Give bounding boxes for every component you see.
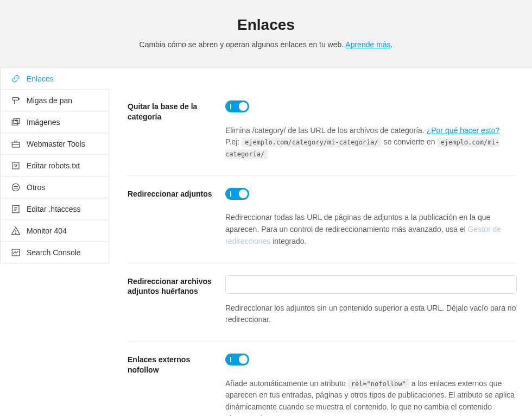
htaccess-icon <box>10 204 21 215</box>
setting-redirect-attachments: Redireccionar adjuntos Redireccionar tod… <box>128 176 517 263</box>
setting-label: Quitar la base de la categoría <box>128 100 225 160</box>
sidebar-item-robots[interactable]: Editar robots.txt <box>0 155 109 177</box>
sidebar-item-label: Imágenes <box>27 118 60 127</box>
sidebar-item-enlaces[interactable]: Enlaces <box>0 68 109 90</box>
toggle-redirect-attachments[interactable] <box>225 188 249 200</box>
sidebar-item-404[interactable]: Monitor 404 <box>0 220 109 242</box>
sidebar-item-label: Monitor 404 <box>27 226 67 235</box>
sidebar-item-label: Otros <box>27 183 45 192</box>
chart-icon <box>10 247 21 258</box>
sidebar-item-label: Webmaster Tools <box>27 140 85 148</box>
setting-description: Elimina /category/ de las URL de los arc… <box>225 125 517 160</box>
svg-point-8 <box>15 165 17 166</box>
svg-point-4 <box>16 119 17 121</box>
link-icon <box>10 73 21 84</box>
orphan-redirect-url-input[interactable] <box>225 275 517 294</box>
page-subtitle: Cambia cómo se abren y operan algunos en… <box>0 40 532 49</box>
svg-point-9 <box>12 184 20 191</box>
warning-icon <box>10 225 21 236</box>
svg-rect-0 <box>12 97 18 100</box>
sidebar-item-label: Enlaces <box>27 74 54 83</box>
example-code-before: ejemplo.com/category/mi-categoria/ <box>242 137 382 147</box>
toggle-external-nofollow[interactable] <box>225 354 249 365</box>
sidebar-item-searchconsole[interactable]: Search Console <box>0 242 109 263</box>
page-header: Enlaces Cambia cómo se abren y operan al… <box>0 0 532 68</box>
setting-label: Redireccionar archivos adjuntos huérfano… <box>128 275 225 326</box>
setting-description: Redireccionar todas las URL de páginas d… <box>225 212 517 247</box>
setting-label: Redireccionar adjuntos <box>128 188 225 248</box>
setting-label: Enlaces externos nofollow <box>128 354 225 416</box>
svg-point-17 <box>15 232 16 233</box>
images-icon <box>10 117 21 128</box>
settings-main: Quitar la base de la categoría Elimina /… <box>109 67 532 416</box>
toggle-strip-category[interactable] <box>225 100 249 112</box>
toolbox-icon <box>10 138 21 149</box>
why-link[interactable]: ¿Por qué hacer esto? <box>427 126 500 135</box>
setting-strip-category: Quitar la base de la categoría Elimina /… <box>128 84 517 176</box>
robots-icon <box>10 160 21 171</box>
sidebar-item-label: Migas de pan <box>27 96 72 105</box>
svg-rect-5 <box>12 142 20 147</box>
sidebar-item-imagenes[interactable]: Imágenes <box>0 111 109 133</box>
setting-orphan-attachments: Redireccionar archivos adjuntos huérfano… <box>128 263 517 342</box>
setting-description: Añade automáticamente un atributo rel="n… <box>225 378 517 416</box>
sidebar-item-label: Editar .htaccess <box>27 205 81 213</box>
sidebar-item-migas[interactable]: Migas de pan <box>0 90 109 111</box>
sidebar-item-webmaster[interactable]: Webmaster Tools <box>0 133 109 155</box>
sidebar-item-htaccess[interactable]: Editar .htaccess <box>0 198 109 220</box>
setting-external-nofollow: Enlaces externos nofollow Añade automáti… <box>128 342 517 416</box>
nofollow-code: rel="nofollow" <box>348 379 409 389</box>
settings-page: Enlaces Cambia cómo se abren y operan al… <box>0 0 532 416</box>
sidebar-item-label: Search Console <box>27 248 81 257</box>
other-icon <box>10 182 21 193</box>
subtitle-text: Cambia cómo se abren y operan algunos en… <box>140 40 346 49</box>
page-title: Enlaces <box>0 16 532 34</box>
sidebar-item-label: Editar robots.txt <box>27 161 80 170</box>
sidebar-item-otros[interactable]: Otros <box>0 177 109 198</box>
sign-icon <box>10 95 21 106</box>
settings-sidebar: Enlaces Migas de pan Imágenes Webmaster … <box>0 68 109 416</box>
svg-rect-7 <box>12 162 19 169</box>
learn-more-link[interactable]: Aprende más <box>345 40 390 49</box>
setting-description: Redireccionar los adjuntos sin un conten… <box>225 302 517 326</box>
